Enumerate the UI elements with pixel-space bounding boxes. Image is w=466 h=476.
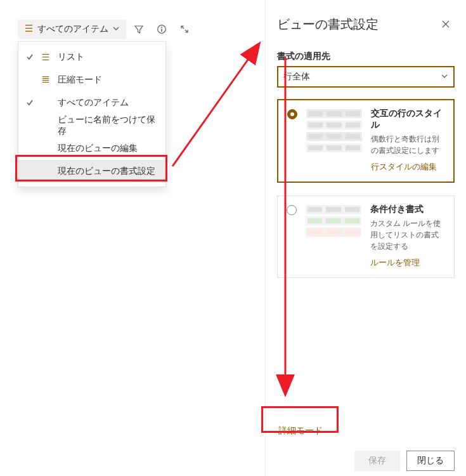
card-title: 条件付き書式 — [370, 204, 445, 215]
apply-to-label: 書式の適用先 — [277, 51, 455, 62]
preview-alternating-icon — [306, 108, 362, 173]
manage-rules-link[interactable]: ルールを管理 — [370, 257, 445, 268]
panel-header: ビューの書式設定 — [277, 15, 455, 33]
view-switcher[interactable]: すべてのアイテム — [18, 20, 126, 39]
card-title: 交互の行のスタイル — [371, 108, 444, 131]
chevron-down-icon — [112, 24, 120, 34]
card-desc: カスタム ルールを使用してリストの書式を設定する — [370, 218, 445, 252]
chevron-down-icon — [441, 72, 448, 82]
apply-to-select[interactable]: 行全体 — [277, 66, 455, 88]
apply-to-value: 行全体 — [283, 71, 310, 83]
list-icon — [24, 23, 34, 35]
close-button[interactable] — [437, 15, 455, 33]
dropdown-item-format-view[interactable]: 現在のビューの書式設定 — [18, 160, 165, 183]
advanced-mode-link[interactable]: 詳細モード — [277, 419, 455, 443]
format-view-panel: ビューの書式設定 書式の適用先 行全体 交互の行のスタイル 偶数行と奇数行は別の… — [265, 0, 466, 476]
view-dropdown: リスト 圧縮モード すべてのアイテム ビューに名前をつけて保存 現在のビューの編… — [18, 41, 166, 187]
preview-conditional-icon — [306, 204, 361, 268]
svg-line-13 — [172, 44, 259, 166]
dropdown-item-label: すべてのアイテム — [58, 97, 158, 109]
list-icon — [41, 53, 51, 62]
dropdown-item-label: 圧縮モード — [58, 74, 158, 86]
svg-point-4 — [161, 27, 162, 28]
expand-icon[interactable] — [174, 19, 195, 39]
filter-icon[interactable] — [129, 19, 149, 39]
toolbar: すべてのアイテム — [18, 19, 195, 39]
card-body: 交互の行のスタイル 偶数行と奇数行は別の書式設定にします 行スタイルの編集 — [371, 108, 444, 173]
card-desc: 偶数行と奇数行は別の書式設定にします — [371, 133, 444, 156]
close-panel-button[interactable]: 閉じる — [406, 451, 455, 471]
dropdown-item-list[interactable]: リスト — [18, 46, 165, 69]
edit-row-styles-link[interactable]: 行スタイルの編集 — [371, 161, 444, 173]
dropdown-item-save-view-as[interactable]: ビューに名前をつけて保存 — [18, 114, 165, 137]
card-body: 条件付き書式 カスタム ルールを使用してリストの書式を設定する ルールを管理 — [370, 204, 445, 268]
radio-unselected-icon — [287, 205, 297, 215]
compact-list-icon — [41, 76, 51, 84]
dropdown-item-label: 現在のビューの書式設定 — [58, 166, 158, 177]
panel-footer: 保存 閉じる — [277, 443, 455, 471]
panel-title: ビューの書式設定 — [277, 16, 379, 33]
dropdown-item-label: リスト — [58, 51, 158, 63]
svg-rect-5 — [161, 29, 162, 32]
dropdown-item-label: 現在のビューの編集 — [58, 143, 158, 154]
check-icon — [26, 53, 35, 61]
dropdown-item-all-items[interactable]: すべてのアイテム — [18, 91, 165, 114]
radio-selected-icon — [287, 109, 297, 119]
dropdown-item-label: ビューに名前をつけて保存 — [58, 114, 158, 137]
info-icon[interactable] — [152, 19, 172, 39]
view-switcher-label: すべてのアイテム — [37, 23, 108, 35]
check-icon — [26, 99, 35, 107]
format-card-conditional[interactable]: 条件付き書式 カスタム ルールを使用してリストの書式を設定する ルールを管理 — [277, 195, 455, 278]
format-card-alternating[interactable]: 交互の行のスタイル 偶数行と奇数行は別の書式設定にします 行スタイルの編集 — [277, 99, 455, 183]
dropdown-item-compact[interactable]: 圧縮モード — [18, 69, 165, 91]
save-button[interactable]: 保存 — [354, 451, 400, 471]
dropdown-item-edit-view[interactable]: 現在のビューの編集 — [18, 137, 165, 160]
